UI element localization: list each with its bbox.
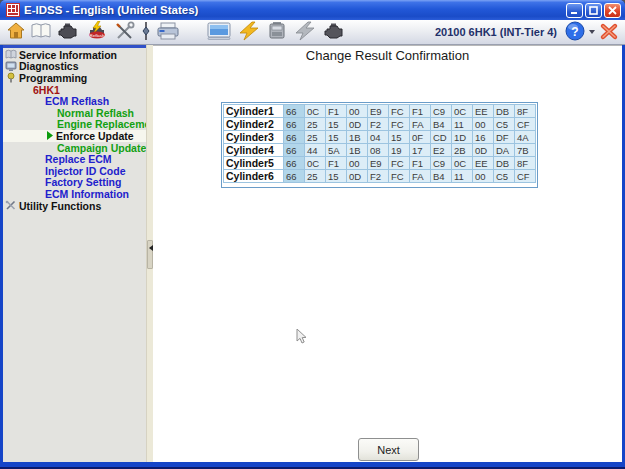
maximize-button[interactable] [585,3,602,18]
svg-text:Reflash: Reflash [90,32,105,37]
hex-value-cell: EE [473,157,494,170]
help-dropdown-icon[interactable] [589,30,595,34]
close-button[interactable] [604,3,621,18]
hex-value-cell: 0D [347,118,368,131]
collapse-left-icon [149,245,153,251]
hex-value-cell: 15 [326,170,347,183]
tree-item-ecm-information[interactable]: ECM Information [3,188,146,200]
tree-item-diagnostics[interactable]: Diagnostics [3,61,146,73]
tree-item-label: Enforce Update [56,130,134,142]
connector-icon [140,21,152,44]
monitor-icon [206,21,232,44]
window-body: Service InformationDiagnosticsProgrammin… [3,45,622,462]
hex-value-cell: C9 [431,105,452,118]
hex-value-cell: F1 [326,105,347,118]
programming-button[interactable]: Reflash [82,20,112,45]
tree-item-ecm-reflash[interactable]: ECM Reflash [3,95,146,107]
diagnostics-button[interactable] [54,20,82,45]
hex-value-cell: FC [389,105,410,118]
hex-value-cell: 25 [305,118,326,131]
tree-item-campaign-update[interactable]: Campaign Update [3,142,146,154]
home-icon [6,21,26,44]
hex-value-cell: 8F [515,157,536,170]
tree-item-label: Injector ID Code [45,165,126,177]
flash-active-button[interactable] [234,20,264,45]
hex-value-cell: 15 [389,131,410,144]
hex-value-cell: CF [515,170,536,183]
hex-value-cell: CF [515,118,536,131]
table-row: Cylinder5660CF100E9FCF1C90CEEDB8F [224,157,536,170]
monitor-button[interactable] [204,20,234,45]
tree-item-label: Diagnostics [19,60,79,72]
hex-value-cell: DF [494,131,515,144]
minimize-button[interactable] [566,3,583,18]
table-row: Cylinder1660CF100E9FCF1C90CEEDB8F [224,105,536,118]
table-row: Cylinder36625151B04150FCD1D16DF4A [224,131,536,144]
tree-item-engine-replacement[interactable]: Engine Replacement [3,119,146,131]
hex-value-cell: C5 [494,118,515,131]
window-title: E-IDSS - English (United States) [24,4,566,16]
tree-item-injector-id-code[interactable]: Injector ID Code [3,165,146,177]
sidebar-tree: Service InformationDiagnosticsProgrammin… [3,45,146,462]
hex-value-cell: 00 [347,157,368,170]
help-button[interactable]: ? [563,20,587,45]
connector-button[interactable] [138,20,154,45]
red-x-icon [599,21,619,44]
utility-tools-button[interactable] [112,20,138,45]
tree-item-label: ECM Reflash [45,95,109,107]
cylinder-label: Cylinder6 [224,170,284,183]
hex-value-cell: F1 [410,157,431,170]
lightning-yellow-icon [236,21,262,44]
result-table: Cylinder1660CF100E9FCF1C90CEEDB8FCylinde… [223,104,536,183]
engine-info-button[interactable] [320,20,348,45]
hex-value-cell: 25 [305,170,326,183]
hex-value-cell: 00 [473,170,494,183]
hex-value-cell: 66 [284,157,305,170]
hex-value-cell: 11 [452,118,473,131]
hex-value-cell: 15 [326,131,347,144]
home-button[interactable] [4,20,28,45]
hex-value-cell: 66 [284,144,305,157]
hex-value-cell: 0C [305,157,326,170]
tree-item-factory-setting[interactable]: Factory Setting [3,177,146,189]
tree-item-enforce-update[interactable]: Enforce Update [3,130,146,142]
hex-value-cell: FC [389,170,410,183]
hex-value-cell: 0D [473,144,494,157]
hex-value-cell: 66 [284,118,305,131]
hex-value-cell: 7B [515,144,536,157]
hex-value-cell: 11 [452,170,473,183]
service-information-button[interactable] [28,20,54,45]
tree-item-normal-reflash[interactable]: Normal Reflash [3,107,146,119]
sidebar-splitter[interactable] [146,45,153,462]
hex-value-cell: 0C [452,157,473,170]
hex-value-cell: B4 [431,118,452,131]
recorder-button[interactable] [264,20,290,45]
printer-icon [156,21,180,44]
hex-value-cell: 2B [452,144,473,157]
print-button[interactable] [154,20,182,45]
recorder-device-icon [266,21,288,44]
table-row: Cylinder66625150DF2FCFAB41100C5CF [224,170,536,183]
next-button[interactable]: Next [358,438,419,461]
tree-item-label: Replace ECM [45,153,112,165]
hex-value-cell: C5 [494,170,515,183]
tree-item-label: 6HK1 [33,84,60,96]
tree-item-utility-functions[interactable]: Utility Functions [3,200,146,212]
tree-item-6hk1[interactable]: 6HK1 [3,84,146,96]
hex-value-cell: DB [494,157,515,170]
flash-inactive-button[interactable] [290,20,320,45]
tree-item-label: Programming [19,72,87,84]
hex-value-cell: 4A [515,131,536,144]
hex-value-cell: FA [410,118,431,131]
hex-value-cell: DB [494,105,515,118]
disconnect-button[interactable] [597,20,621,45]
page-title: Change Result Confirmation [153,48,622,63]
tools-icon [114,21,136,44]
tree-item-service-information[interactable]: Service Information [3,49,146,61]
tree-item-replace-ecm[interactable]: Replace ECM [3,153,146,165]
cylinder-label: Cylinder3 [224,131,284,144]
reflash-engine-icon: Reflash [84,21,110,44]
tree-item-programming[interactable]: Programming [3,72,146,84]
hex-value-cell: FC [389,118,410,131]
hex-value-cell: C9 [431,157,452,170]
